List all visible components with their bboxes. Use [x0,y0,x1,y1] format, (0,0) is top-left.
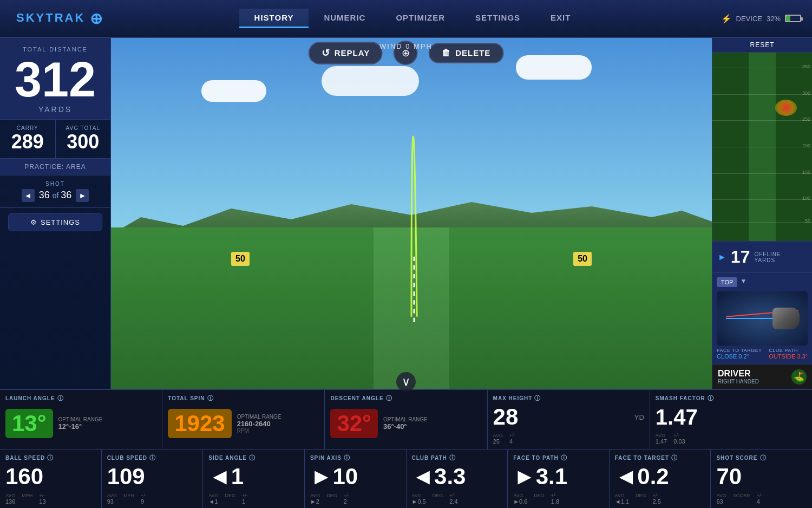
bottom-stats-bar: LAUNCH ANGLE ⓘ 13° OPTIMAL RANGE 12°-16°… [0,389,812,508]
cloud-3 [516,55,592,80]
max-height-info-icon[interactable]: ⓘ [534,394,541,402]
face-to-target-value: ◄0.2 [615,464,705,489]
driver-sub-label: RIGHT HANDED [718,379,759,385]
face-to-path-value: ►3.1 [513,464,604,489]
reset-button[interactable]: RESET [712,38,812,53]
delete-button[interactable]: 🗑 DELETE [429,43,503,63]
shot-navigator: ◄ 36 of 36 ► [6,189,104,202]
launch-angle-optimal: 12°-16° [58,422,103,431]
replay-button[interactable]: ↺ REPLAY [309,42,383,64]
descent-angle-info-icon[interactable]: ⓘ [386,394,392,402]
ball-speed-header: BALL SPEED ⓘ [5,454,96,462]
total-spin-info-icon[interactable]: ⓘ [207,394,214,402]
face-to-path-cell: FACE TO PATH ⓘ ►3.1 AVG ►0.6 DEG +/- 1.8 [508,450,610,508]
fairway-stripe [374,227,449,389]
side-angle-info-icon[interactable]: ⓘ [249,454,256,462]
face-to-path-info-icon[interactable]: ⓘ [561,454,567,462]
face-to-path-header: FACE TO PATH ⓘ [513,454,604,462]
club-speed-value: 109 [107,464,198,489]
driver-label: DRIVER [718,369,759,379]
logo-text: SKYTRAK [16,11,85,24]
shot-next-button[interactable]: ► [76,189,89,202]
spin-axis-avg-row: AVG ►2 DEG +/- 2 [310,493,401,505]
club-speed-info-icon[interactable]: ⓘ [149,454,156,462]
shot-score-info-icon[interactable]: ⓘ [760,454,767,462]
nav-menu: HISTORY NUMERIC OPTIMIZER SETTINGS EXIT [239,9,586,28]
smash-factor-avg-row: AVG 1.47 +/- 0.03 [656,433,807,445]
descent-angle-header: DESCENT ANGLE ⓘ [330,394,481,402]
shot-prev-button[interactable]: ◄ [22,189,35,202]
dropdown-arrow-icon[interactable]: ▼ [740,277,746,287]
nav-numeric[interactable]: NUMERIC [309,9,381,28]
view-top-button[interactable]: TOP [717,277,737,287]
club-image-area [717,291,808,346]
stats-row-1: LAUNCH ANGLE ⓘ 13° OPTIMAL RANGE 12°-16°… [0,390,812,450]
shot-score-cell: SHOT SCORE ⓘ 70 AVG 63 SCORE +/- 4 [711,450,812,508]
driver-icon: ⛳ [791,369,807,385]
fairway [111,227,712,389]
face-to-target-info-icon[interactable]: ⓘ [671,454,678,462]
yardage-marker-right: 50 [573,252,592,266]
spin-axis-cell: SPIN AXIS ⓘ ►10 AVG ►2 DEG +/- 2 [305,450,407,508]
settings-button[interactable]: ⚙ SETTINGS [8,213,102,231]
nav-exit[interactable]: EXIT [535,9,586,28]
total-spin-value: 1923 [174,411,225,436]
face-to-path-avg-row: AVG ►0.6 DEG +/- 1.8 [513,493,604,505]
side-angle-header: SIDE ANGLE ⓘ [208,454,299,462]
club-path-info-icon[interactable]: ⓘ [449,454,456,462]
ball-speed-cell: BALL SPEED ⓘ 160 AVG 136 MPH +/- 13 [0,450,102,508]
avg-total-section: AVG TOTAL 300 [56,120,111,158]
ball-speed-info-icon[interactable]: ⓘ [47,454,54,462]
settings-gear-icon: ⚙ [30,218,37,226]
smash-factor-info-icon[interactable]: ⓘ [708,394,714,402]
club-head-image [772,308,800,329]
sky [111,38,712,231]
battery-icon [785,15,801,22]
side-angle-value: ◄1 [208,464,299,489]
shot-score-header: SHOT SCORE ⓘ [716,454,807,462]
max-height-cell: MAX HEIGHT ⓘ 28 YD AVG 25 +/- 4 [488,390,650,449]
nav-settings[interactable]: SETTINGS [460,9,535,28]
practice-area: PRACTICE: AREA [0,159,110,175]
shot-map: 350 300 250 200 150 100 50 [712,53,812,241]
offline-section: ► 17 OFFLINE YARDS [712,241,812,272]
launch-angle-value: 13° [12,411,47,436]
device-info: ⚡ DEVICE 32% [721,14,801,24]
battery-percent: 32% [767,15,781,23]
club-path-header: CLUB PATH ⓘ [412,454,502,462]
avg-total-value: 300 [62,131,104,153]
cloud-2 [322,66,419,96]
carry-section: CARRY 289 [0,120,56,158]
nav-history[interactable]: HISTORY [239,9,309,28]
shot-score-avg-row: AVG 63 SCORE +/- 4 [716,493,807,505]
club-speed-cell: CLUB SPEED ⓘ 109 AVG 93 MPH +/- 9 [102,450,204,508]
carry-value: 289 [6,131,49,153]
offline-value: 17 [731,247,750,267]
chevron-down-icon[interactable]: ∨ [396,372,416,392]
replay-icon: ↺ [322,47,330,59]
club-speed-avg-row: AVG 93 MPH +/- 9 [107,493,198,505]
side-angle-cell: SIDE ANGLE ⓘ ◄1 AVG ◄1 DEG +/- 1 [203,450,305,508]
device-label: DEVICE [736,15,762,23]
descent-angle-optimal: 36°-40° [383,422,428,431]
spin-axis-value: ►10 [310,464,401,489]
shot-label: SHOT [6,181,104,187]
smash-factor-header: SMASH FACTOR ⓘ [656,394,807,402]
left-stats-panel: TOTAL DISTANCE 312 YARDS CARRY 289 AVG T… [0,38,111,389]
offline-labels: OFFLINE YARDS [754,251,781,263]
total-spin-unit: RPM [237,428,281,434]
smash-factor-value: 1.47 [656,402,807,432]
face-to-target-avg-row: AVG ◄1.1 DEG +/- 2.5 [615,493,705,505]
total-distance-value: 312 [8,55,102,104]
trash-icon: 🗑 [442,48,451,58]
club-speed-header: CLUB SPEED ⓘ [107,454,198,462]
offline-direction-icon: ► [718,252,726,262]
spin-axis-info-icon[interactable]: ⓘ [344,454,350,462]
club-path-avg-row: AVG ►0.5 DEG +/- 2.4 [412,493,502,505]
nav-optimizer[interactable]: OPTIMIZER [381,9,460,28]
face-to-target-value: CLOSE 0.2° [717,353,762,360]
launch-angle-info-icon[interactable]: ⓘ [57,394,64,402]
carry-avg-row: CARRY 289 AVG TOTAL 300 [0,120,110,159]
app-logo: SKYTRAK ⊕ [16,10,104,28]
descent-angle-cell: DESCENT ANGLE ⓘ 32° OPTIMAL RANGE 36°-40… [325,390,487,449]
